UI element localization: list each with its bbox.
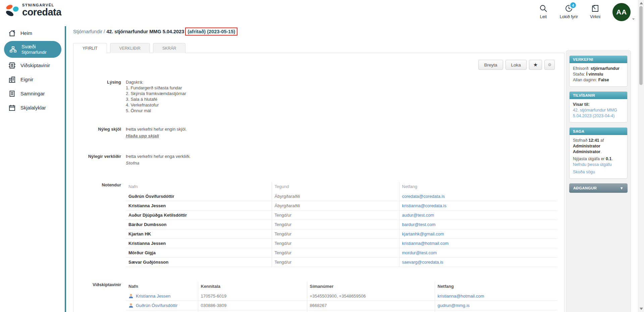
panel-saga: SAGA Stofnað 12:41 af Administrator Admi… (569, 127, 628, 179)
field-allan-daginn: Allan daginn: False (573, 77, 624, 83)
clients-table-header: Nafn Kennitala Símanúmer Netfang (126, 282, 557, 292)
description-line: 2. Skýrsla framkvæmdastjórnar (126, 91, 557, 96)
person-icon (128, 294, 133, 299)
tab-skrar[interactable]: SKRÁR (153, 43, 185, 53)
scrollbar-thumb[interactable] (639, 6, 643, 85)
users-col-name: Nafn (126, 182, 272, 192)
recent-documents-label: Nýleg skjöl (73, 126, 121, 139)
user-email-link[interactable]: kristianna@hotmail.com (402, 241, 449, 246)
field-efnisord: Efnisorð: stjórnarfundur (573, 66, 624, 72)
close-button[interactable]: Loka (505, 60, 527, 70)
user-type: Tengd/ur (272, 229, 399, 239)
clients-table-row: Mörður Gígja 123456-7890 +3542236670 mor… (126, 310, 557, 312)
users-table-row: Guðrún Ósvífursdóttir Ábyrgðaraðili core… (126, 192, 557, 201)
client-phone: 8668267 (307, 301, 435, 310)
created-time: 12:41 (589, 138, 599, 143)
clients-table-row: Kristíanna Jessen 170575-6019 +354550390… (126, 292, 557, 301)
person-icon (128, 303, 133, 308)
sitemap-icon (9, 46, 17, 53)
view-history-link[interactable]: Skoða sögu (573, 169, 595, 175)
clients-table: Nafn Kennitala Símanúmer Netfang (126, 282, 557, 312)
clock-icon: 4 (565, 4, 573, 13)
version-prefix: Nýjasta útgáfa er (573, 157, 605, 161)
tab-yfirlit[interactable]: YFIRLIT (73, 43, 107, 53)
user-email-link[interactable]: coredata@coredata.is (402, 194, 445, 199)
tab-verklidir[interactable]: VERKLIÐIR (110, 43, 150, 53)
sidebar-item-skjalalyklar[interactable]: Skjalalyklar (0, 101, 65, 115)
client-kennitala: 170575-6019 (198, 292, 307, 301)
created-prefix: Stofnað (573, 138, 587, 143)
users-table-row: Kristíanna Jessen Tengd/ur kristianna@ho… (126, 239, 557, 248)
user-email-link[interactable]: audur@test.com (402, 213, 434, 218)
client-name-link[interactable]: Kristíanna Jessen (136, 293, 170, 299)
activity-button[interactable]: Virkni (590, 4, 600, 19)
field-value: Í vinnslu (586, 72, 603, 77)
sidebar-item-label: Viðskiptavinir (20, 62, 50, 69)
activity-icon (591, 4, 599, 13)
sidebar-item-samningar[interactable]: Samningar (0, 87, 65, 101)
user-menu[interactable]: AA ⌄ (612, 3, 631, 21)
name-version-link[interactable]: Nefndu þessa útgáfu (573, 162, 611, 168)
search-button[interactable]: Leit (539, 4, 548, 19)
sidebar-item-svaedi[interactable]: Svæði Stjórnarfundir (4, 41, 61, 58)
users-col-type: Tegund (272, 182, 399, 192)
user-email-link[interactable]: saevarg@coredata.is (402, 260, 443, 265)
settings-button[interactable]: ⚙ (544, 60, 555, 70)
description-label: Lýsing (73, 79, 121, 114)
recent-tasks-empty-text: Þetta verkefni hefur enga verkliði. (126, 153, 557, 159)
field-value: False (598, 78, 609, 82)
breadcrumb-parent-link[interactable]: Stjórnarfundir (73, 29, 102, 34)
vertical-scrollbar[interactable] (638, 0, 644, 312)
reference-link[interactable]: 42. stjórnarfundur MMG 5.04.2023 (2023-0… (573, 107, 624, 119)
done-for-button[interactable]: 4 Lokið fyrir (560, 4, 578, 19)
user-name: Guðrún Ósvífursdóttir (126, 192, 272, 201)
client-kennitala: 030886-3809 (198, 301, 307, 310)
page-title: 42. stjórnarfundur MMG 5.04.2023 (106, 29, 184, 34)
recent-documents-empty-text: Þetta verkefni hefur engin skjöl. (126, 126, 557, 132)
sidebar: Heim Svæði Stjórnarfundir Viðskiptavinir (0, 26, 65, 312)
description-line: 3. Sala á hlutafé (126, 96, 557, 102)
field-value: stjórnarfundur (591, 66, 620, 71)
coredata-logo-mark (5, 3, 20, 19)
user-name: Sævar Guðjónsson (126, 258, 272, 267)
recent-tasks-label: Nýlegir verkliðir (73, 153, 121, 166)
sidebar-item-heim[interactable]: Heim (0, 26, 65, 40)
create-task-link[interactable]: Stofna (126, 160, 139, 166)
edit-button[interactable]: Breyta (478, 60, 503, 70)
user-email-link[interactable]: mordur@test.com (402, 250, 437, 255)
recent-tasks-section: Nýlegir verkliðir Þetta verkefni hefur e… (73, 153, 557, 166)
gear-icon: ⚙ (548, 62, 551, 67)
user-type: Tengd/ur (272, 211, 399, 220)
user-email-link[interactable]: kjartanhk@gmail.com (402, 231, 444, 236)
client-name-link[interactable]: Guðrún Ósvífursdóttir (136, 303, 177, 308)
user-type: Ábyrgðaraðili (272, 201, 399, 211)
avatar[interactable]: AA (612, 3, 631, 21)
scroll-up-arrow[interactable] (640, 2, 643, 4)
scroll-down-arrow[interactable] (640, 308, 643, 310)
search-label: Leit (540, 14, 547, 19)
description-line: 1. Fundargerð síðasta fundar (126, 85, 557, 91)
panel-verkefni-header: VERKEFNI (570, 56, 627, 63)
panel-adgangur-header[interactable]: AÐGANGUR ▼ (569, 183, 628, 193)
favorite-button[interactable]: ★ (529, 60, 542, 70)
panel-saga-header: SAGA (570, 128, 627, 135)
user-email-link[interactable]: kristianna@coredata.is (402, 203, 446, 208)
user-email-link[interactable]: bardur@test.com (402, 222, 436, 227)
sidebar-item-vidskiptavinir[interactable]: Viðskiptavinir (0, 58, 65, 73)
users-label: Notendur (73, 182, 121, 267)
users-table-row: Mörður Gígja Tengd/ur mordur@test.com (126, 248, 557, 258)
user-name: Kjartan HK (126, 229, 272, 239)
sidebar-item-label: Svæði (21, 44, 47, 50)
star-icon: ★ (533, 62, 538, 68)
created-line: Stofnað 12:41 af Administrator Administr… (573, 138, 624, 155)
client-email-link[interactable]: kristianna@hotmail.com (438, 294, 484, 299)
description-line: 4. Verkefnastofur (126, 102, 557, 108)
upload-document-link[interactable]: Hlaða upp skjali (126, 133, 159, 139)
users-section: Notendur Nafn Tegund Netfang Guðrún Ósví… (73, 182, 557, 267)
refers-to-label: Vísar til: (573, 102, 589, 107)
client-email-link[interactable]: gudrun@mmg.is (438, 303, 470, 308)
home-icon (8, 30, 16, 37)
page-title-highlight: (afritað) (2023-05-15) (187, 29, 235, 34)
sidebar-item-eignir[interactable]: Eignir (0, 73, 65, 87)
panel-tilvisanir-header: TILVÍSANIR (570, 92, 627, 99)
